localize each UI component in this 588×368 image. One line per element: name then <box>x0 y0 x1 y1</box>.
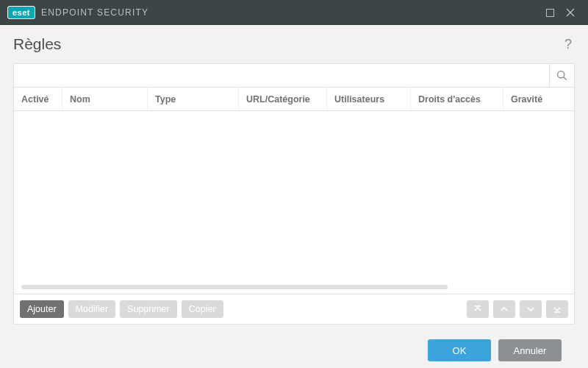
maximize-button[interactable] <box>539 2 560 23</box>
svg-line-4 <box>564 77 567 80</box>
move-up-button <box>493 300 515 318</box>
table-body <box>14 111 574 294</box>
search-input[interactable] <box>14 64 549 87</box>
col-name[interactable]: Nom <box>62 88 148 110</box>
col-type[interactable]: Type <box>148 88 239 110</box>
help-icon: ? <box>564 37 572 52</box>
copy-button: Copier <box>182 300 223 318</box>
col-access-rights[interactable]: Droits d'accès <box>411 88 503 110</box>
cancel-button[interactable]: Annuler <box>498 339 562 361</box>
brand-text: ENDPOINT SECURITY <box>41 7 148 18</box>
move-bottom-button <box>546 300 568 318</box>
brand-badge: eset <box>7 6 35 19</box>
col-severity[interactable]: Gravité <box>503 88 574 110</box>
svg-rect-0 <box>546 9 553 16</box>
ok-button[interactable]: OK <box>428 339 491 361</box>
search-icon <box>556 70 567 81</box>
close-icon <box>566 8 575 17</box>
titlebar: eset ENDPOINT SECURITY <box>0 0 588 25</box>
dialog-footer: OK Annuler <box>13 325 575 361</box>
move-top-icon <box>473 305 482 314</box>
move-bottom-icon <box>553 305 562 314</box>
close-button[interactable] <box>560 2 581 23</box>
col-active[interactable]: Activé <box>14 88 62 110</box>
chevron-up-icon <box>500 305 509 314</box>
search-button[interactable] <box>549 64 574 87</box>
table-header: Activé Nom Type URL/Catégorie Utilisateu… <box>14 88 574 111</box>
svg-point-3 <box>558 71 564 78</box>
action-toolbar: Ajouter Modifier Supprimer Copier <box>14 294 574 324</box>
maximize-icon <box>546 9 554 17</box>
rules-panel: Activé Nom Type URL/Catégorie Utilisateu… <box>13 63 575 325</box>
chevron-down-icon <box>526 305 535 314</box>
col-users[interactable]: Utilisateurs <box>327 88 411 110</box>
col-url-category[interactable]: URL/Catégorie <box>239 88 327 110</box>
move-down-button <box>520 300 542 318</box>
help-button[interactable]: ? <box>562 37 575 52</box>
horizontal-scrollbar[interactable] <box>21 285 448 289</box>
move-top-button <box>467 300 489 318</box>
edit-button: Modifier <box>68 300 115 318</box>
rules-table: Activé Nom Type URL/Catégorie Utilisateu… <box>14 88 574 294</box>
add-button[interactable]: Ajouter <box>20 300 64 318</box>
page-title: Règles <box>13 35 61 53</box>
delete-button: Supprimer <box>120 300 177 318</box>
